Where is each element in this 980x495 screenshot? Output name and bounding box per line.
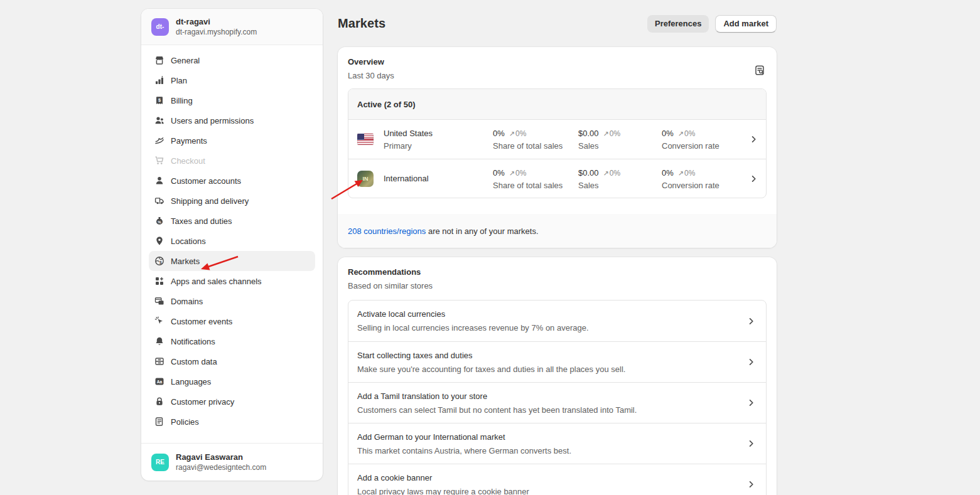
chevron-right-icon[interactable]: [746, 358, 756, 367]
lock-icon: [154, 397, 164, 407]
recommendation-description: Selling in local currencies increases re…: [357, 323, 738, 333]
trend-up-icon: ↗: [678, 169, 684, 176]
metric-value: 0%: [493, 168, 505, 177]
cart-icon: [154, 156, 164, 166]
metric-label: Share of total sales: [493, 141, 563, 151]
overview-head: Overview Last 30 days: [338, 47, 777, 87]
overview-report-button[interactable]: [753, 63, 767, 77]
market-row-united-states[interactable]: United StatesPrimary0%↗0%Share of total …: [348, 120, 766, 159]
sidebar-item-label: Taxes and duties: [171, 216, 232, 226]
recommendation-add-german-to-your-international-market[interactable]: Add German to your International marketT…: [348, 423, 766, 464]
recommendation-start-collecting-taxes-and-duties[interactable]: Start collecting taxes and dutiesMake su…: [348, 341, 766, 382]
sidebar-item-billing[interactable]: $Billing: [149, 90, 315, 110]
user-avatar: RE: [151, 454, 169, 471]
trend-up-icon: ↗: [603, 169, 609, 176]
sidebar-item-users-and-permissions[interactable]: Users and permissions: [149, 110, 315, 130]
sidebar-item-locations[interactable]: Locations: [149, 231, 315, 251]
store-header[interactable]: dt- dt-ragavi dt-ragavi.myshopify.com: [141, 9, 323, 45]
metric-delta: ↗0%: [678, 168, 696, 177]
recommendation-add-a-cookie-banner[interactable]: Add a cookie bannerLocal privacy laws ma…: [348, 464, 766, 495]
market-row-international[interactable]: INInternational0%↗0%Share of total sales…: [348, 159, 766, 198]
sidebar-item-notifications[interactable]: Notifications: [149, 331, 315, 351]
person-icon: [154, 176, 164, 186]
market-name: International: [384, 174, 429, 183]
store-avatar: dt-: [151, 18, 169, 36]
metric-value: $0.00: [578, 129, 599, 138]
chevron-right-icon[interactable]: [746, 398, 756, 408]
sidebar-item-policies[interactable]: Policies: [149, 412, 315, 432]
sidebar-item-taxes-and-duties[interactable]: %Taxes and duties: [149, 211, 315, 231]
sidebar-item-label: Customer accounts: [171, 176, 241, 186]
chevron-right-icon[interactable]: [749, 174, 758, 183]
sidebar-item-customer-accounts[interactable]: Customer accounts: [149, 171, 315, 191]
chevron-right-icon[interactable]: [749, 135, 758, 144]
markets-page: Markets Preferences Add market Overview …: [338, 0, 777, 495]
globe-dollar-icon: $: [154, 256, 164, 267]
recommendation-add-a-tamil-translation-to-your-store[interactable]: Add a Tamil translation to your storeCus…: [348, 382, 766, 423]
recommendation-description: Customers can select Tamil but no conten…: [357, 405, 738, 415]
recommendation-description: Make sure you're accounting for taxes an…: [357, 365, 738, 374]
sidebar-item-general[interactable]: General: [149, 50, 315, 70]
recommendation-title: Start collecting taxes and duties: [357, 351, 738, 360]
countries-regions-text: are not in any of your markets.: [426, 226, 538, 236]
recommendation-title: Add German to your International market: [357, 432, 738, 442]
market-identity: INInternational: [357, 171, 429, 187]
policies-icon: [154, 417, 164, 427]
svg-text:%: %: [158, 220, 161, 224]
store-info: dt-ragavi dt-ragavi.myshopify.com: [176, 17, 257, 36]
sidebar-item-customer-privacy[interactable]: Customer privacy: [149, 391, 315, 412]
trend-up-icon: ↗: [509, 169, 515, 176]
sidebar-item-label: General: [171, 56, 200, 65]
sidebar-item-languages[interactable]: AaLanguages: [149, 371, 315, 391]
overview-title: Overview: [348, 57, 767, 67]
metric-sales: $0.00↗0%Sales: [578, 129, 620, 151]
active-markets-table: Active (2 of 50) United StatesPrimary0%↗…: [348, 88, 767, 198]
sidebar-item-customer-events[interactable]: Customer events: [149, 311, 315, 331]
trend-up-icon: ↗: [678, 130, 684, 137]
metric-value: $0.00: [578, 168, 599, 177]
international-badge: IN: [357, 171, 374, 187]
pin-icon: [154, 236, 164, 247]
metric-conversion-rate: 0%↗0%Conversion rate: [662, 129, 719, 151]
recommendation-description: This market contains Austria, where Germ…: [357, 446, 738, 455]
sidebar-item-payments[interactable]: Payments: [149, 130, 315, 151]
sidebar-item-label: Policies: [171, 417, 199, 427]
metric-share-of-total-sales: 0%↗0%Share of total sales: [493, 168, 563, 189]
metric-delta: ↗0%: [509, 129, 527, 138]
chevron-right-icon[interactable]: [746, 439, 756, 449]
metric-delta: ↗0%: [603, 129, 621, 138]
user-name: Ragavi Easwaran: [176, 452, 266, 462]
recommendations-list: Activate local currenciesSelling in loca…: [348, 300, 767, 495]
chevron-right-icon[interactable]: [746, 316, 756, 326]
recommendation-activate-local-currencies[interactable]: Activate local currenciesSelling in loca…: [348, 301, 766, 341]
countries-regions-link[interactable]: 208 countries/regions: [348, 226, 426, 236]
user-info: Ragavi Easwaran ragavi@wedesigntech.com: [176, 452, 266, 472]
sidebar-item-checkout: Checkout: [149, 151, 315, 171]
recommendation-title: Add a cookie banner: [357, 473, 738, 482]
sidebar-item-custom-data[interactable]: Custom data: [149, 351, 315, 371]
metric-label: Sales: [578, 180, 620, 189]
settings-sidebar: dt- dt-ragavi dt-ragavi.myshopify.com Ge…: [141, 9, 323, 481]
trend-up-icon: ↗: [509, 130, 515, 137]
chevron-right-icon[interactable]: [746, 480, 756, 489]
sidebar-item-label: Billing: [171, 96, 193, 105]
recommendation-title: Activate local currencies: [357, 309, 738, 319]
overview-card: Overview Last 30 days Active (2 of 50) U…: [338, 47, 777, 248]
recommendation-title: Add a Tamil translation to your store: [357, 391, 738, 401]
market-identity: United StatesPrimary: [357, 129, 433, 151]
us-flag: [357, 134, 374, 145]
market-name-block: International: [384, 174, 429, 183]
add-market-button[interactable]: Add market: [715, 15, 777, 33]
user-email: ragavi@wedesigntech.com: [176, 463, 266, 472]
sidebar-item-markets[interactable]: $Markets: [149, 251, 315, 271]
sidebar-item-plan[interactable]: Plan: [149, 70, 315, 90]
search-list-icon: [753, 65, 767, 76]
sidebar-item-shipping-and-delivery[interactable]: Shipping and delivery: [149, 191, 315, 211]
recommendations-card: Recommendations Based on similar stores …: [338, 257, 777, 495]
sidebar-item-label: Apps and sales channels: [171, 277, 262, 286]
user-footer[interactable]: RE Ragavi Easwaran ragavi@wedesigntech.c…: [141, 443, 323, 481]
preferences-button[interactable]: Preferences: [647, 15, 709, 33]
plan-icon: [154, 75, 164, 86]
sidebar-item-domains[interactable]: Domains: [149, 291, 315, 311]
sidebar-item-apps-and-sales-channels[interactable]: Apps and sales channels: [149, 271, 315, 291]
